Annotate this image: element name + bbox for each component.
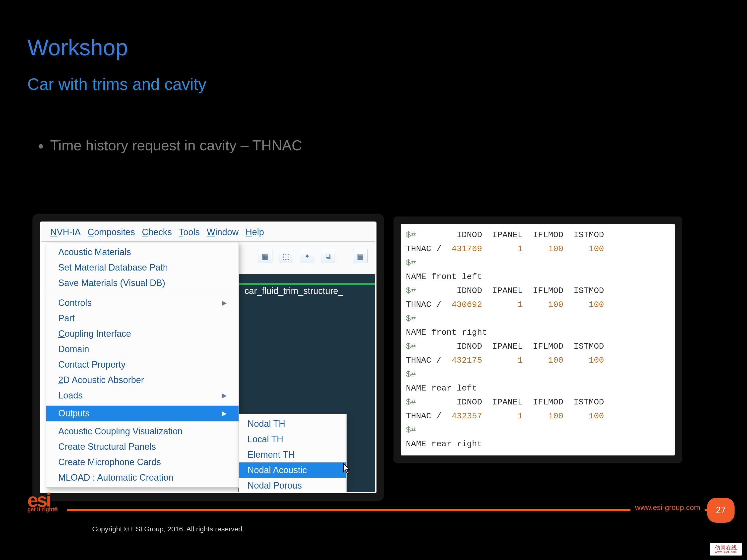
menu-item-loads[interactable]: Loads▶: [46, 388, 238, 403]
toolbar-icon-4[interactable]: ⧉: [321, 249, 335, 263]
menu-item-domain[interactable]: Domain: [46, 342, 238, 357]
menu-nvhia[interactable]: NNVH-IAVH-IA: [50, 227, 81, 237]
submenu-nodal-acoustic[interactable]: Nodal Acoustic: [239, 462, 346, 478]
menu-item-part[interactable]: Part: [46, 311, 238, 326]
menu-checks[interactable]: ChecksChecks: [142, 227, 172, 237]
toolbar-icon-2[interactable]: ⬚: [279, 249, 293, 263]
bullet-dot-icon: [38, 144, 43, 149]
menu-window[interactable]: WindowWindow: [207, 227, 238, 237]
menu-item-save-materials[interactable]: Save Materials (Visual DB): [46, 275, 238, 291]
menu-body: ▦ ⬚ ✦ ⧉ ▤ car_fluid_trim_structure_ Acou…: [41, 242, 375, 493]
submenu-local-th[interactable]: Local TH: [239, 432, 346, 447]
toolbar-icon-3[interactable]: ✦: [300, 249, 314, 263]
menu-item-acoustic-coupling-viz[interactable]: Acoustic Coupling Visualization: [46, 424, 238, 439]
toolbar-icons: ▦ ⬚ ✦ ⧉ ▤: [258, 249, 367, 263]
chevron-right-icon: ▶: [222, 392, 227, 399]
toolbar-icon-5[interactable]: ▤: [353, 249, 367, 263]
menu-item-contact-property[interactable]: Contact Property: [46, 357, 238, 372]
menubar: NNVH-IAVH-IA CompositesComposites Checks…: [41, 223, 375, 242]
esi-logo-mark: esi: [27, 492, 77, 508]
app-screenshot-left: NNVH-IAVH-IA CompositesComposites Checks…: [40, 221, 377, 493]
footer-copyright: Copyright © ESI Group, 2016. All rights …: [92, 525, 244, 533]
watermark-line1: 仿真在线: [715, 545, 737, 551]
menu-item-acoustic-materials[interactable]: Acoustic Materials: [46, 244, 238, 260]
submenu-element-th[interactable]: Element TH: [239, 447, 346, 462]
code-screenshot-right: $# IDNOD IPANEL IFLMOD ISTMOD THNAC / 43…: [401, 224, 675, 455]
menu-item-create-structural-panels[interactable]: Create Structural Panels: [46, 439, 238, 454]
chevron-right-icon: ▶: [222, 299, 227, 306]
bullet-text: Time history request in cavity – THNAC: [50, 137, 302, 154]
bullet-row: Time history request in cavity – THNAC: [38, 137, 302, 154]
toolbar-icon-1[interactable]: ▦: [258, 249, 273, 263]
slide-title: Workshop: [27, 35, 128, 60]
watermark-line2: www.1CAE.com: [715, 551, 737, 554]
editor-tab[interactable]: car_fluid_trim_structure_: [238, 283, 375, 298]
footer-divider: [67, 509, 722, 511]
submenu-nodal-porous[interactable]: Nodal Porous: [239, 478, 346, 493]
slide-subtitle: Car with trims and cavity: [27, 75, 206, 94]
footer-url: www.esi-group.com: [630, 503, 705, 512]
page-number-badge: 27: [707, 498, 735, 523]
watermark: 仿真在线 www.1CAE.com: [710, 543, 742, 556]
menu-tools[interactable]: ToolsTools: [179, 227, 200, 237]
menu-composites[interactable]: CompositesComposites: [88, 227, 135, 237]
dropdown-nvhia: Acoustic Materials Set Material Database…: [46, 242, 239, 488]
menu-help[interactable]: HelpHelp: [246, 227, 264, 237]
menu-item-controls[interactable]: Controls▶: [46, 295, 238, 311]
menu-item-mload[interactable]: MLOAD : Automatic Creation: [46, 470, 238, 485]
menu-item-create-microphone-cards[interactable]: Create Microphone Cards: [46, 454, 238, 470]
menu-item-outputs[interactable]: Outputs▶: [46, 406, 238, 421]
submenu-nodal-th[interactable]: Nodal TH: [239, 416, 346, 432]
menu-item-coupling-interface[interactable]: Coupling InterfaceCoupling Interface: [46, 326, 238, 342]
code-listing: $# IDNOD IPANEL IFLMOD ISTMOD THNAC / 43…: [406, 228, 670, 451]
chevron-right-icon: ▶: [222, 410, 227, 417]
submenu-outputs: Nodal TH Local TH Element TH Nodal Acous…: [238, 414, 346, 493]
menu-item-set-db-path[interactable]: Set Material Database Path: [46, 260, 238, 275]
menu-item-2d-absorber[interactable]: 2D Acoustic Absorber2D Acoustic Absorber: [46, 372, 238, 388]
